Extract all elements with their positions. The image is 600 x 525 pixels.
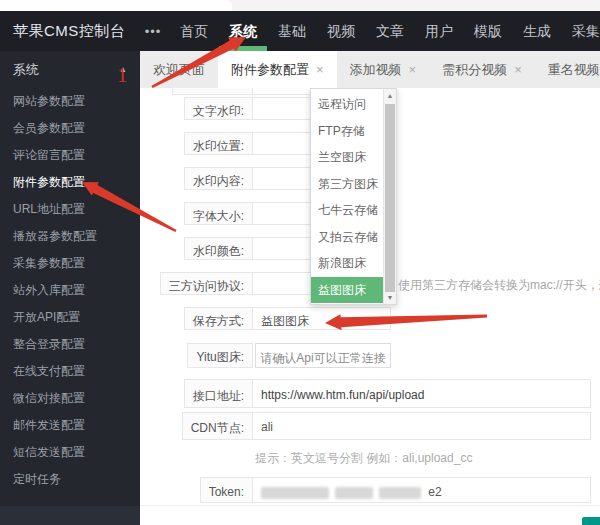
cdn-node-input[interactable]: ali <box>252 412 591 440</box>
field-label: 三方访问协议: <box>160 272 253 295</box>
tab-label: 附件参数配置 <box>231 61 309 79</box>
save-method-select[interactable]: 益图图床 ▼ <box>252 307 391 330</box>
scrollbar-thumb[interactable] <box>385 104 395 292</box>
sidebar-item-open-api[interactable]: 开放API配置 <box>0 304 140 331</box>
tabbar: 欢迎页面 附件参数配置 × 添加视频 × 需积分视频 × 重名视频数据 × 接 <box>140 51 600 88</box>
chevron-down-icon: ▼ <box>377 315 384 322</box>
tab-duplicate-video[interactable]: 重名视频数据 × <box>535 51 600 88</box>
sidebar: 系统 ▲ 网站参数配置 会员参数配置 评论留言配置 附件参数配置 URL地址配置… <box>0 51 140 525</box>
save-method-value: 益图图床 <box>261 314 309 328</box>
more-menu-icon[interactable]: ••• <box>145 24 164 39</box>
tab-label: 添加视频 <box>350 61 402 79</box>
close-icon[interactable]: × <box>316 62 324 77</box>
sidebar-item-member-params[interactable]: 会员参数配置 <box>0 115 140 142</box>
scroll-down-icon[interactable]: ▼ <box>384 291 396 304</box>
sidebar-item-wechat[interactable]: 微信对接配置 <box>0 385 140 412</box>
sidebar-item-online-payment[interactable]: 在线支付配置 <box>0 358 140 385</box>
api-url-value: https://www.htm.fun/api/upload <box>261 388 424 402</box>
option-sina-bed[interactable]: 新浪图床 <box>311 250 383 277</box>
top-menu-item-system[interactable]: 系统 <box>229 11 257 51</box>
option-remote-access[interactable]: 远程访问 <box>311 91 383 118</box>
field-label: 字体大小: <box>184 202 253 225</box>
sidebar-item-comment-config[interactable]: 评论留言配置 <box>0 142 140 169</box>
top-menu-item-user[interactable]: 用户 <box>425 11 453 51</box>
cdn-hint-text: 提示：英文逗号分割 例如：ali,upload_cc <box>255 450 472 467</box>
cdn-node-value: ali <box>261 420 273 434</box>
field-label: 水印内容: <box>184 167 253 190</box>
app-title: 苹果CMS控制台 <box>13 22 145 41</box>
field-token: Token: e2 <box>140 477 591 503</box>
sidebar-item-site-params[interactable]: 网站参数配置 <box>0 88 140 115</box>
yitu-check-api-button[interactable]: 请确认Api可以正常连接 <box>255 343 391 368</box>
top-menu-item-home[interactable]: 首页 <box>180 11 208 51</box>
top-menu-item-generate[interactable]: 生成 <box>523 11 551 51</box>
top-menu-item-template[interactable]: 模版 <box>474 11 502 51</box>
field-label: 接口地址: <box>184 379 253 408</box>
sidebar-group-system[interactable]: 系统 ▲ <box>0 51 140 88</box>
field-label: Yitu图床: <box>187 343 253 368</box>
field-label: 文字水印: <box>184 97 253 120</box>
field-label <box>172 88 253 95</box>
tab-label: 重名视频数据 <box>548 61 600 79</box>
dropdown-option-list: 远程访问 FTP存储 兰空图床 第三方图床 七牛云存储 又拍云存储 新浪图床 益… <box>311 89 383 304</box>
save-method-dropdown: 远程访问 FTP存储 兰空图床 第三方图床 七牛云存储 又拍云存储 新浪图床 益… <box>310 88 397 305</box>
field-api-url: 接口地址: https://www.htm.fun/api/upload <box>140 379 591 408</box>
topbar: 苹果CMS控制台 ••• 首页 系统 基础 视频 文章 用户 模版 生成 采集 <box>0 11 600 51</box>
redacted-token-blur <box>261 487 421 499</box>
sidebar-item-login-integration[interactable]: 整合登录配置 <box>0 331 140 358</box>
field-label: 保存方式: <box>184 307 253 330</box>
field-label: 水印颜色: <box>184 237 253 260</box>
sidebar-item-email[interactable]: 邮件发送配置 <box>0 412 140 439</box>
window-corner <box>0 0 232 11</box>
tab-points-video[interactable]: 需积分视频 × <box>429 51 535 88</box>
option-third-party-bed[interactable]: 第三方图床 <box>311 171 383 198</box>
token-input[interactable]: e2 <box>252 477 591 503</box>
tab-label: 欢迎页面 <box>153 61 205 79</box>
token-suffix: e2 <box>428 485 441 499</box>
sidebar-item-offsite-storage[interactable]: 站外入库配置 <box>0 277 140 304</box>
settings-panel: 文字水印: 水印位置: 水印内容: 字体大小: 水印颜色: 三方访问协议: 保存… <box>140 88 600 525</box>
sidebar-group-label: 系统 <box>13 61 39 79</box>
top-menu-item-article[interactable]: 文章 <box>376 11 404 51</box>
sidebar-item-collect-params[interactable]: 采集参数配置 <box>0 250 140 277</box>
dropdown-scrollbar[interactable]: ▲ ▼ <box>383 89 396 304</box>
api-url-input[interactable]: https://www.htm.fun/api/upload <box>252 379 591 408</box>
top-menu-item-collect[interactable]: 采集 <box>572 11 600 51</box>
app-window: 苹果CMS控制台 ••• 首页 系统 基础 视频 文章 用户 模版 生成 采集 … <box>0 0 600 525</box>
sidebar-bottom-strip <box>0 506 140 525</box>
option-upai-cloud[interactable]: 又拍云存储 <box>311 224 383 251</box>
field-save-method: 保存方式: 益图图床 ▼ <box>140 307 391 330</box>
option-lankong-bed[interactable]: 兰空图床 <box>311 144 383 171</box>
tab-welcome[interactable]: 欢迎页面 <box>140 51 218 88</box>
field-yitu-bed: Yitu图床: 请确认Api可以正常连接 <box>140 343 391 368</box>
field-label: CDN节点: <box>182 412 253 440</box>
tab-attachment-params[interactable]: 附件参数配置 × <box>218 51 337 88</box>
close-icon[interactable]: × <box>514 62 522 77</box>
sidebar-item-scheduled-tasks[interactable]: 定时任务 <box>0 466 140 493</box>
sidebar-item-player-params[interactable]: 播放器参数配置 <box>0 223 140 250</box>
close-icon[interactable]: × <box>409 62 417 77</box>
field-cdn-node: CDN节点: ali <box>140 412 591 440</box>
collapse-caret-icon: ▲ <box>119 65 127 74</box>
section-divider <box>140 505 600 506</box>
tab-add-video[interactable]: 添加视频 × <box>337 51 430 88</box>
sidebar-item-sms[interactable]: 短信发送配置 <box>0 439 140 466</box>
top-menu-item-video[interactable]: 视频 <box>327 11 355 51</box>
option-yitu-bed-selected[interactable]: 益图图床 <box>311 277 383 304</box>
field-label: 水印位置: <box>184 132 253 155</box>
protocol-hint-text: 使用第三方存储会转换为mac://开头，这表示 <box>398 277 600 294</box>
tab-label: 需积分视频 <box>442 61 507 79</box>
top-menu-item-basic[interactable]: 基础 <box>278 11 306 51</box>
submit-button[interactable] <box>582 517 600 525</box>
top-menu: 首页 系统 基础 视频 文章 用户 模版 生成 采集 <box>180 11 600 51</box>
option-ftp-storage[interactable]: FTP存储 <box>311 118 383 145</box>
scroll-up-icon[interactable]: ▲ <box>384 89 396 102</box>
option-qiniu-cloud[interactable]: 七牛云存储 <box>311 197 383 224</box>
sidebar-item-attachment-params[interactable]: 附件参数配置 <box>0 169 140 196</box>
sidebar-item-url-config[interactable]: URL地址配置 <box>0 196 140 223</box>
window-top-strip <box>0 0 600 11</box>
field-label: Token: <box>200 477 253 503</box>
